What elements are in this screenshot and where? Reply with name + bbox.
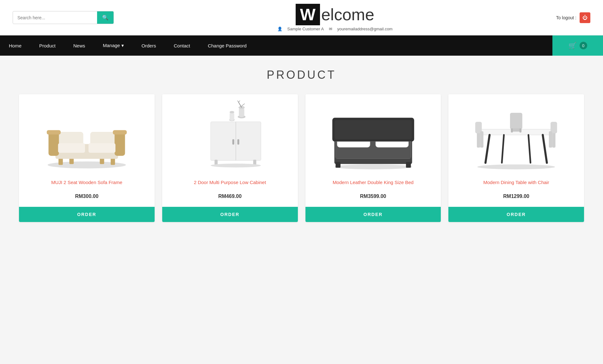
email-icon: ✉ — [329, 27, 332, 31]
svg-rect-49 — [480, 131, 483, 148]
product-image-dining — [455, 101, 578, 170]
search-box: 🔍 — [13, 11, 114, 24]
svg-rect-9 — [114, 132, 125, 156]
nav-item-home[interactable]: Home — [0, 37, 30, 55]
svg-rect-26 — [232, 139, 234, 145]
svg-rect-47 — [477, 131, 480, 148]
svg-line-23 — [242, 104, 245, 106]
svg-rect-13 — [89, 143, 115, 153]
product-card-1: MUJI 2 Seat Wooden Sofa Frame RM300.00 O… — [19, 94, 155, 222]
svg-rect-53 — [510, 113, 522, 129]
svg-line-22 — [238, 101, 240, 102]
product-image-cabinet — [169, 101, 292, 170]
logout-button[interactable]: ⏻ — [580, 12, 590, 23]
svg-rect-18 — [230, 112, 234, 121]
order-button-4[interactable]: ORDER — [448, 207, 584, 222]
svg-rect-38 — [335, 120, 411, 139]
svg-line-21 — [237, 101, 238, 102]
logout-label: To logout : — [556, 15, 576, 20]
svg-rect-39 — [335, 162, 341, 168]
svg-rect-55 — [511, 128, 513, 133]
svg-point-19 — [230, 111, 234, 113]
cart-button[interactable]: 🛒 0 — [552, 35, 603, 56]
products-grid: MUJI 2 Seat Wooden Sofa Frame RM300.00 O… — [19, 94, 584, 222]
order-button-1[interactable]: ORDER — [19, 207, 155, 222]
user-name: Sample Customer A — [287, 27, 324, 31]
svg-line-46 — [528, 135, 530, 163]
product-price-3: RM3599.00 — [360, 194, 386, 199]
svg-point-30 — [211, 163, 261, 167]
page-title: PRODUCT — [19, 68, 584, 82]
logout-icon: ⏻ — [582, 15, 588, 21]
cart-icon: 🛒 — [569, 42, 576, 49]
nav-item-product[interactable]: Product — [30, 37, 65, 55]
nav-item-news[interactable]: News — [65, 37, 94, 55]
main-content: PRODUCT — [0, 56, 603, 245]
product-name-1: MUJI 2 Seat Wooden Sofa Frame — [49, 175, 125, 189]
product-name-2: 2 Door Multi Purpose Low Cabinet — [191, 175, 268, 189]
header: 🔍 Welcome 👤 Sample Customer A ✉ youremai… — [0, 0, 603, 35]
nav-item-change-password[interactable]: Change Password — [199, 37, 255, 55]
product-price-2: RM469.00 — [218, 194, 242, 199]
logo-text: elcome — [321, 5, 374, 24]
product-card-4: Modern Dining Table with Chair RM1299.00… — [448, 94, 584, 222]
order-button-2[interactable]: ORDER — [162, 207, 298, 222]
svg-rect-12 — [58, 143, 85, 153]
svg-rect-10 — [47, 130, 61, 135]
svg-point-31 — [334, 164, 412, 170]
user-email: youremailaddress@gmail.com — [337, 27, 392, 31]
user-info: 👤 Sample Customer A ✉ youremailaddress@g… — [114, 27, 556, 31]
svg-rect-8 — [48, 132, 59, 156]
svg-rect-50 — [552, 131, 556, 148]
logo-title: Welcome — [114, 4, 556, 25]
user-icon: 👤 — [277, 27, 282, 31]
svg-rect-27 — [237, 139, 239, 145]
cart-count: 0 — [580, 42, 587, 49]
product-card-2: 2 Door Multi Purpose Low Cabinet RM469.0… — [162, 94, 298, 222]
nav-item-orders[interactable]: Orders — [133, 37, 165, 55]
product-price-4: RM1299.00 — [503, 194, 529, 199]
logo-area: Welcome 👤 Sample Customer A ✉ youremaila… — [114, 4, 556, 31]
nav-item-manage[interactable]: Manage ▾ — [94, 36, 132, 55]
product-name-3: Modern Leather Double King Size Bed — [330, 175, 416, 189]
svg-rect-11 — [113, 130, 127, 135]
product-card-3: Modern Leather Double King Size Bed RM35… — [305, 94, 441, 222]
nav-item-contact[interactable]: Contact — [165, 37, 199, 55]
logout-area: To logout : ⏻ — [556, 12, 590, 23]
logo-w: W — [296, 4, 320, 25]
svg-point-16 — [238, 106, 245, 109]
order-button-3[interactable]: ORDER — [305, 207, 441, 222]
svg-rect-56 — [520, 128, 521, 133]
product-name-4: Modern Dining Table with Chair — [481, 175, 552, 189]
nav-items: Home Product News Manage ▾ Orders Contac… — [0, 35, 552, 56]
product-image-bed — [312, 101, 435, 170]
product-image-sofa — [25, 101, 148, 170]
search-icon: 🔍 — [102, 15, 108, 20]
svg-line-43 — [486, 135, 490, 163]
svg-line-45 — [502, 135, 504, 163]
navbar: Home Product News Manage ▾ Orders Contac… — [0, 35, 603, 56]
search-input[interactable] — [13, 12, 97, 23]
svg-point-41 — [477, 164, 555, 170]
svg-rect-52 — [549, 131, 552, 148]
svg-rect-40 — [406, 162, 411, 168]
search-button[interactable]: 🔍 — [97, 11, 114, 24]
product-price-1: RM300.00 — [75, 194, 98, 199]
svg-line-44 — [543, 135, 547, 163]
